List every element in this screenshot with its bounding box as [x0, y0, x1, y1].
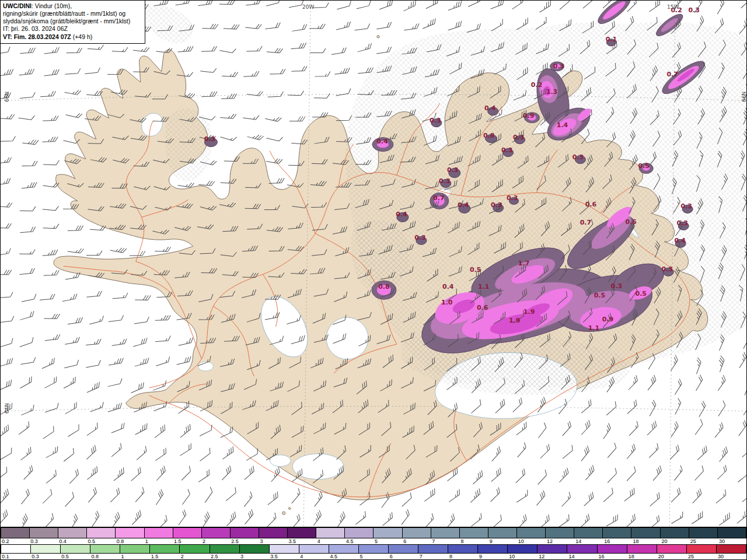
precip-value-label: 0.6 — [477, 304, 488, 312]
info-line-snow: slydda/snjókoma (grátt/bleikt/grænt - mm… — [3, 18, 142, 25]
precip-value-label: 0.3 — [688, 6, 699, 14]
scale-tick-label: 2.5 — [230, 538, 259, 544]
scale-cell — [344, 527, 373, 538]
precip-value-label: 0.7 — [433, 194, 444, 202]
precip-value-label: 0.1 — [606, 36, 617, 43]
precip-value-label: 0.3 — [507, 194, 518, 202]
scale-cell — [115, 527, 144, 538]
scale-cell — [660, 527, 689, 538]
precip-value-label: 0.3 — [204, 135, 215, 143]
scale-cell — [574, 527, 602, 538]
island-vestmannaeyjar — [288, 508, 291, 510]
scale-tick-label: 25 — [687, 554, 717, 559]
precip-value-label: 0.4 — [396, 211, 407, 218]
scale-tick-label: 8 — [448, 554, 478, 559]
scale-tick-label: 20 — [657, 554, 687, 559]
scale-cell — [537, 544, 567, 554]
rain-scale-labels: 0.10.30.50.811.522.533.544.5567891012141… — [1, 554, 746, 559]
scale-tick-label: 10 — [517, 538, 546, 544]
precip-value-label: 0.9 — [523, 112, 534, 120]
scale-cell — [287, 527, 316, 538]
scale-tick-label: 1.5 — [150, 554, 180, 559]
scale-tick-label: 9 — [478, 554, 508, 559]
scale-tick-label: 14 — [567, 554, 597, 559]
precip-value-label: 0.6 — [585, 201, 597, 208]
precip-value-label: 1.9 — [509, 317, 520, 324]
scale-tick-label: 0.2 — [1, 538, 29, 544]
scale-cell — [86, 527, 115, 538]
scale-tick-label: 4.5 — [345, 538, 374, 544]
precip-value-label: 0.3 — [414, 234, 425, 242]
scale-tick-label: 3.5 — [288, 538, 316, 544]
valid-time-line: VT: Fim. 28.03.2024 07Z (+49 h) — [3, 33, 142, 41]
scale-cell — [431, 527, 459, 538]
scale-tick-label: 30 — [717, 554, 746, 559]
weather-map-svg: 0.20.30.10.30.70.21.30.40.90.31.40.80.30… — [1, 1, 746, 527]
scale-cell — [210, 544, 239, 554]
scale-cell — [716, 544, 746, 554]
precip-value-label: 0.3 — [676, 219, 687, 227]
scale-cell — [477, 544, 507, 554]
precip-value-label: 0.2 — [531, 81, 542, 89]
scale-cell — [402, 527, 431, 538]
precip-value-label: 0.4 — [458, 201, 469, 209]
scale-tick-label: 0.3 — [30, 554, 60, 559]
init-time-value: þri. 26. 03. 2024 06Z — [11, 25, 68, 32]
scale-tick-label: 25 — [689, 538, 718, 544]
scale-cell — [657, 544, 686, 554]
precip-value-label: 0.4 — [442, 283, 454, 290]
scale-cell — [299, 544, 329, 554]
scale-cell — [120, 544, 149, 554]
scale-tick-label: 8 — [460, 538, 488, 544]
glacier-hofsjokull — [326, 317, 368, 359]
precip-value-label: 0.3 — [661, 265, 672, 273]
scale-tick-label: 4 — [316, 538, 345, 544]
precip-value-label: 1.3 — [546, 88, 557, 96]
scale-cell — [201, 527, 230, 538]
graticule-label: 20W — [302, 4, 314, 10]
scale-cell — [1, 544, 30, 554]
scale-tick-label: 4 — [299, 554, 329, 559]
scale-tick-label: 0.8 — [90, 554, 120, 559]
scale-cell — [388, 544, 418, 554]
precip-value-label: 0.5 — [638, 162, 650, 170]
info-line-model: UWC/DINI: Vindur (10m), — [3, 2, 142, 10]
scale-tick-label: 16 — [603, 538, 631, 544]
scale-tick-label: 3 — [239, 554, 269, 559]
map-area: 0.20.30.10.30.70.21.30.40.90.31.40.80.30… — [1, 1, 746, 527]
scale-tick-label: 1 — [144, 538, 173, 544]
scale-tick-label: 0.8 — [116, 538, 144, 544]
scale-cell — [269, 544, 299, 554]
scale-cell — [179, 544, 209, 554]
scale-tick-label: 14 — [574, 538, 603, 544]
precip-value-label: 0.7 — [580, 219, 591, 226]
precip-value-label: 0.7 — [666, 71, 678, 78]
scale-tick-label: 12 — [537, 554, 567, 559]
sleet-snow-scale-labels: 0.20.30.40.50.811.522.533.544.5567891012… — [1, 538, 746, 544]
precip-value-label: 0.3 — [513, 134, 524, 141]
precip-value-label: 0.9 — [602, 316, 613, 323]
precip-value-label: 0.3 — [553, 62, 564, 70]
scale-tick-label: 20 — [661, 538, 689, 544]
scale-cell — [459, 527, 488, 538]
graticule-label: 15W — [667, 4, 679, 10]
precip-value-label: 0.8 — [483, 132, 494, 139]
scale-tick-label: 5 — [359, 554, 389, 559]
scale-tick-label: 30 — [718, 538, 746, 544]
scale-cell — [239, 544, 269, 554]
scale-tick-label: 3 — [259, 538, 287, 544]
precip-value-label: 0.3 — [573, 153, 584, 161]
graticule-label: 66N — [4, 92, 10, 102]
precip-value-label: 0.4 — [674, 237, 686, 244]
scale-cell — [230, 527, 259, 538]
scale-tick-label: 2 — [201, 538, 230, 544]
glacier-eyjafjallajokull — [270, 455, 291, 467]
precip-value-label: 0.3 — [447, 166, 458, 174]
sleet-snow-color-scale — [1, 527, 746, 538]
init-time-line: IT: þri. 26. 03. 2024 06Z — [3, 25, 142, 33]
precip-value-label: 0.5 — [636, 290, 647, 298]
scale-tick-label: 1.5 — [173, 538, 201, 544]
scale-tick-label: 2 — [180, 554, 210, 559]
scale-cell — [627, 544, 657, 554]
precip-value-label: 0.3 — [680, 202, 692, 210]
